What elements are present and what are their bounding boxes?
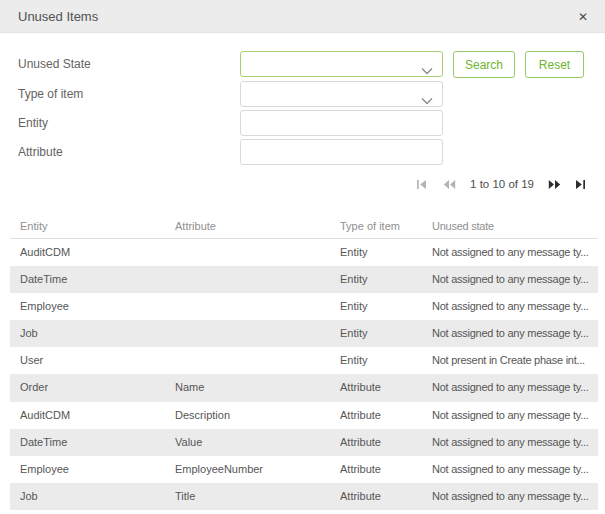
column-header-entity: Entity — [20, 214, 170, 239]
cell-entity: Employee — [20, 293, 170, 320]
table-row[interactable]: AuditCDM Description Attribute Not assig… — [10, 402, 598, 429]
cell-entity: Order — [20, 374, 170, 401]
table-row[interactable]: Employee EmployeeNumber Attribute Not as… — [10, 456, 598, 483]
attribute-label: Attribute — [18, 139, 63, 165]
column-header-type: Type of item — [340, 214, 428, 239]
table-row[interactable]: Employee Entity Not assigned to any mess… — [10, 293, 598, 320]
chevron-down-icon — [421, 61, 433, 69]
cell-attribute: Name — [175, 374, 335, 401]
cell-type: Entity — [340, 347, 428, 374]
cell-type: Attribute — [340, 456, 428, 483]
cell-state: Not assigned to any message ty... — [432, 266, 598, 293]
cell-state: Not assigned to any message ty... — [432, 456, 598, 483]
first-page-icon — [416, 179, 427, 190]
cell-type: Attribute — [340, 429, 428, 456]
cell-entity: Job — [20, 320, 170, 347]
unused-state-label: Unused State — [18, 51, 91, 77]
cell-attribute: EmployeeNumber — [175, 456, 335, 483]
cell-state: Not assigned to any message ty... — [432, 293, 598, 320]
previous-page-button[interactable] — [443, 179, 456, 190]
table-row[interactable]: User Entity Not present in Create phase … — [10, 347, 598, 374]
pagination-range-text: 1 to 10 of 19 — [470, 178, 534, 190]
close-button[interactable]: ✕ — [573, 0, 593, 33]
cell-state: Not assigned to any message ty... — [432, 429, 598, 456]
cell-attribute: Description — [175, 402, 335, 429]
cell-state: Not assigned to any message ty... — [432, 320, 598, 347]
search-button[interactable]: Search — [453, 51, 515, 78]
cell-attribute: Title — [175, 483, 335, 510]
cell-entity: AuditCDM — [20, 239, 170, 266]
cell-entity: Employee — [20, 456, 170, 483]
previous-page-icon — [443, 179, 456, 190]
cell-entity: User — [20, 347, 170, 374]
type-of-item-label: Type of item — [18, 81, 83, 107]
entity-label: Entity — [18, 110, 48, 136]
pagination: 1 to 10 of 19 — [416, 175, 588, 193]
next-page-icon — [548, 179, 561, 190]
reset-button[interactable]: Reset — [525, 51, 584, 78]
cell-state: Not assigned to any message ty... — [432, 483, 598, 510]
close-icon: ✕ — [578, 10, 588, 24]
column-header-attribute: Attribute — [175, 214, 335, 239]
attribute-input[interactable] — [240, 139, 443, 165]
cell-state: Not assigned to any message ty... — [432, 402, 598, 429]
cell-state: Not present in Create phase int... — [432, 347, 598, 374]
next-page-button[interactable] — [548, 179, 561, 190]
cell-type: Entity — [340, 320, 428, 347]
last-page-icon — [575, 179, 586, 190]
table-row[interactable]: DateTime Value Attribute Not assigned to… — [10, 429, 598, 456]
table-row[interactable]: Job Entity Not assigned to any message t… — [10, 320, 598, 347]
entity-input[interactable] — [240, 110, 443, 136]
cell-entity: AuditCDM — [20, 402, 170, 429]
chevron-down-icon — [421, 91, 433, 99]
column-header-state: Unused state — [432, 214, 598, 239]
table-row[interactable]: AuditCDM Entity Not assigned to any mess… — [10, 239, 598, 266]
cell-entity: Job — [20, 483, 170, 510]
table-row[interactable]: Order Name Attribute Not assigned to any… — [10, 374, 598, 401]
cell-type: Entity — [340, 239, 428, 266]
cell-state: Not assigned to any message ty... — [432, 239, 598, 266]
table-row[interactable]: Job Title Attribute Not assigned to any … — [10, 483, 598, 510]
cell-attribute: Value — [175, 429, 335, 456]
cell-entity: DateTime — [20, 266, 170, 293]
cell-type: Entity — [340, 266, 428, 293]
cell-entity: DateTime — [20, 429, 170, 456]
cell-type: Attribute — [340, 374, 428, 401]
cell-type: Attribute — [340, 402, 428, 429]
last-page-button[interactable] — [575, 179, 588, 190]
table-row[interactable]: DateTime Entity Not assigned to any mess… — [10, 266, 598, 293]
first-page-button[interactable] — [416, 179, 429, 190]
dialog-title: Unused Items — [18, 0, 98, 33]
cell-state: Not assigned to any message ty... — [432, 374, 598, 401]
type-of-item-select[interactable] — [240, 81, 443, 107]
unused-state-select[interactable] — [240, 51, 443, 77]
dialog-header: Unused Items ✕ — [0, 0, 605, 33]
cell-type: Entity — [340, 293, 428, 320]
table-header-row: Entity Attribute Type of item Unused sta… — [10, 214, 598, 239]
unused-items-table: Entity Attribute Type of item Unused sta… — [10, 214, 598, 510]
cell-type: Attribute — [340, 483, 428, 510]
